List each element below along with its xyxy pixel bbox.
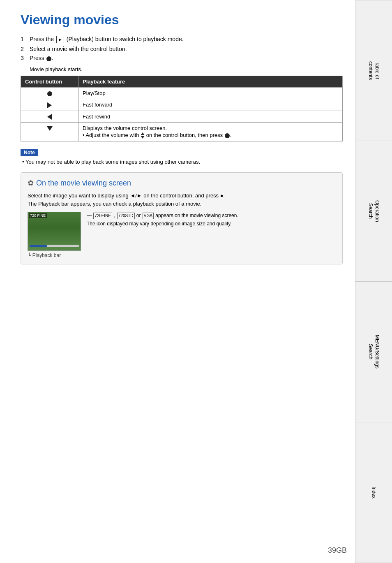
- tip-icon: ✿: [28, 178, 34, 188]
- triangle-down-icon: [47, 126, 53, 131]
- thumb-description: — 720FINE , 720STD or VGA appears on the…: [87, 212, 238, 227]
- tip-image-row: 720 FINE Playback bar — 720FINE , 720STD…: [28, 212, 336, 258]
- page-title: Viewing movies: [21, 12, 343, 28]
- thumb-progress-fill: [30, 245, 47, 247]
- table-feature-volume: Displays the volume control screen. • Ad…: [78, 123, 343, 141]
- table-row: Fast rewind: [21, 111, 343, 123]
- table-feature-play: Play/Stop: [78, 88, 343, 99]
- movie-starts-text: Movie playback starts.: [30, 66, 343, 72]
- sidebar-tab-index[interactable]: Index: [355, 422, 392, 563]
- step-3: 3 Press .: [21, 55, 343, 61]
- tip-box: ✿ On the movie viewing screen Select the…: [21, 172, 343, 264]
- table-feature-forward: Fast forward: [78, 99, 343, 111]
- playback-bar-label: Playback bar: [28, 253, 81, 258]
- table-icon-circle: [21, 88, 78, 99]
- steps-list: 1 Press the ► (Playback) button to switc…: [21, 36, 343, 61]
- main-content: Viewing movies 1 Press the ► (Playback) …: [12, 0, 351, 280]
- step-1-num: 1: [21, 36, 26, 42]
- step-2-num: 2: [21, 46, 26, 52]
- step-1: 1 Press the ► (Playback) button to switc…: [21, 36, 343, 43]
- step-3-num: 3: [21, 55, 26, 61]
- table-feature-rewind: Fast rewind: [78, 111, 343, 123]
- note-box: Note • You may not be able to play back …: [21, 149, 343, 165]
- circle-icon: [47, 91, 52, 96]
- triangle-right-icon: [47, 102, 52, 108]
- tip-body: Select the image you want to display usi…: [28, 192, 336, 208]
- movie-thumbnail: 720 FINE: [28, 212, 81, 251]
- volume-line1: Displays the volume control screen.: [83, 125, 338, 131]
- triangle-up-icon: [141, 132, 145, 135]
- step-2-text: Select a movie with the control button.: [30, 46, 127, 52]
- triangle-down-small-icon: [141, 136, 145, 139]
- table-header-control: Control button: [21, 76, 78, 88]
- table-icon-forward: [21, 99, 78, 111]
- table-row: Play/Stop: [21, 88, 343, 99]
- updown-icon: [141, 132, 145, 139]
- sidebar: Table ofcontents OperationSearch MENU/Se…: [355, 0, 392, 563]
- tip-line1: Select the image you want to display usi…: [28, 192, 336, 200]
- thumb-progress-bar: [30, 245, 79, 247]
- sidebar-tab-toc[interactable]: Table ofcontents: [355, 0, 392, 141]
- sidebar-tab-menu[interactable]: MENU/SettingsSearch: [355, 281, 392, 422]
- note-text: • You may not be able to play back some …: [22, 159, 343, 165]
- step-3-text: Press .: [30, 55, 53, 61]
- quality-badge-fine: 720FINE: [93, 213, 112, 219]
- tip-line2: The Playback bar appears, you can check …: [28, 200, 336, 208]
- triangle-left-icon: [47, 114, 52, 120]
- page-number: 39GB: [328, 546, 347, 555]
- table-icon-down: [21, 123, 78, 141]
- quality-badge-vga: VGA: [143, 213, 154, 219]
- table-icon-rewind: [21, 111, 78, 123]
- circle-button-icon: [46, 56, 51, 61]
- table-header-feature: Playback feature: [78, 76, 343, 88]
- quality-badge-std: 720STD: [117, 213, 135, 219]
- thumb-top-bar: 720 FINE: [29, 213, 47, 218]
- table-row: Fast forward: [21, 99, 343, 111]
- tip-title: ✿ On the movie viewing screen: [28, 178, 336, 188]
- table-row: Displays the volume control screen. • Ad…: [21, 123, 343, 141]
- tip-image-container: 720 FINE Playback bar: [28, 212, 81, 258]
- note-label: Note: [21, 149, 343, 159]
- sidebar-tab-operation[interactable]: OperationSearch: [355, 141, 392, 281]
- control-table: Control button Playback feature Play/Sto…: [21, 76, 343, 141]
- step-2: 2 Select a movie with the control button…: [21, 46, 343, 52]
- volume-line2: • Adjust the volume with on the control …: [83, 132, 338, 139]
- step-1-text: Press the ► (Playback) button to switch …: [30, 36, 184, 43]
- playback-button-icon: ►: [56, 36, 64, 43]
- circle-btn-volume: [225, 133, 230, 138]
